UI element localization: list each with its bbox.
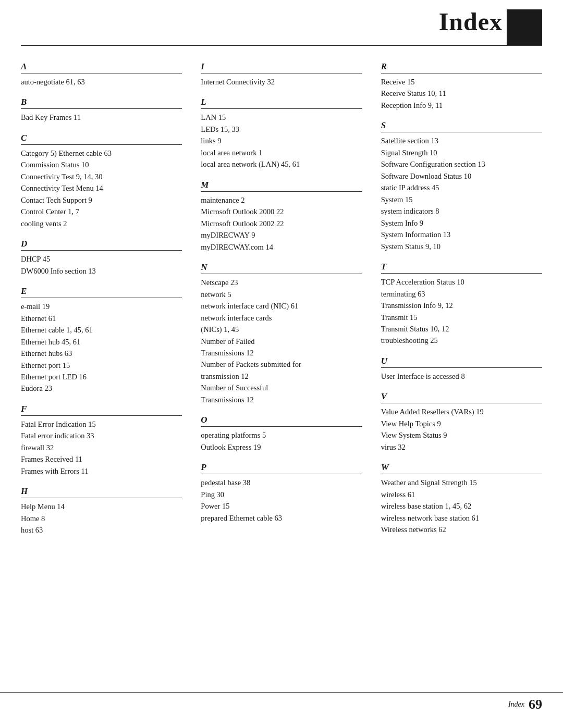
index-entry: Contact Tech Support 9 [21,194,182,206]
section-o: Ooperating platforms 5Outlook Express 19 [201,415,362,453]
index-entry: Outlook Express 19 [201,441,362,453]
index-entry: Ping 30 [201,489,362,500]
section-i: IInternet Connectivity 32 [201,61,362,88]
section-b: BBad Key Frames 11 [21,97,182,123]
letter-heading-b: B [21,97,182,109]
letter-heading-r: R [381,61,542,73]
index-entry: Ethernet hubs 63 [21,348,182,359]
index-entry: User Interface is accessed 8 [381,371,542,382]
letter-heading-p: P [201,462,362,474]
letter-heading-e: E [21,286,182,298]
letter-heading-a: A [21,61,182,73]
index-entry: Number of Successful [201,382,362,393]
index-entry: Ethernet hub 45, 61 [21,336,182,348]
index-entry: DW6000 Info section 13 [21,265,182,277]
index-entry: View Help Topics 9 [381,418,542,429]
index-entry: Internet Connectivity 32 [201,76,362,88]
index-entry: network interface card (NIC) 61 [201,300,362,312]
letter-heading-d: D [21,239,182,251]
index-entry: Eudora 23 [21,382,182,394]
index-entry: Reception Info 9, 11 [381,100,542,111]
index-entry: Power 15 [201,500,362,512]
index-entry: Bad Key Frames 11 [21,112,182,123]
index-entry: TCP Acceleration Status 10 [381,276,542,288]
index-entry: wireless network base station 61 [381,512,542,524]
section-l: LLAN 15LEDs 15, 33links 9local area netw… [201,97,362,170]
page-header: Index [21,0,542,46]
index-entry: Home 8 [21,513,182,524]
index-entry: System Status 9, 10 [381,241,542,252]
index-entry: Value Added Resellers (VARs) 19 [381,406,542,417]
footer-page-number: 69 [529,697,542,712]
index-entry: wireless 61 [381,489,542,500]
letter-heading-u: U [381,356,542,368]
index-entry: Category 5) Ethernet cable 63 [21,147,182,159]
section-t: TTCP Acceleration Status 10terminating 6… [381,262,542,347]
index-entry: local area network (LAN) 45, 61 [201,158,362,170]
letter-heading-f: F [21,404,182,416]
index-entry: Transmit Status 10, 12 [381,323,542,335]
column-3: RReceive 15Receive Status 10, 11Receptio… [372,61,542,546]
index-entry: links 9 [201,135,362,146]
index-entry: LEDs 15, 33 [201,124,362,135]
page-footer: Index 69 [0,692,563,712]
index-entry: Number of Packets submitted for [201,359,362,370]
section-n: NNetscape 23network 5network interface c… [201,262,362,405]
letter-heading-l: L [201,97,362,109]
index-entry: network 5 [201,289,362,300]
index-entry: network interface cards [201,312,362,324]
index-entry: Transmission Info 9, 12 [381,300,542,311]
index-entry: prepared Ethernet cable 63 [201,512,362,524]
section-a: Aauto-negotiate 61, 63 [21,61,182,88]
index-entry: Control Center 1, 7 [21,206,182,217]
letter-heading-o: O [201,415,362,427]
index-entry: local area network 1 [201,147,362,158]
index-entry: Microsoft Outlook 2000 22 [201,206,362,217]
index-entry: Signal Strength 10 [381,147,542,158]
index-entry: Commission Status 10 [21,159,182,170]
index-entry: System Info 9 [381,217,542,229]
index-entry: firewall 32 [21,442,182,453]
index-entry: Fatal error indication 33 [21,430,182,441]
index-entry: System Information 13 [381,229,542,240]
index-entry: auto-negotiate 61, 63 [21,76,182,88]
section-h: HHelp Menu 14Home 8host 63 [21,486,182,536]
index-entry: Satellite section 13 [381,135,542,146]
letter-heading-h: H [21,486,182,498]
index-entry: LAN 15 [201,112,362,123]
index-entry: Ethernet port 15 [21,360,182,371]
letter-heading-c: C [21,133,182,145]
index-entry: Software Configuration section 13 [381,158,542,170]
index-entry: terminating 63 [381,288,542,300]
index-entry: (NICs) 1, 45 [201,324,362,335]
section-s: SSatellite section 13Signal Strength 10S… [381,120,542,252]
index-entry: Connectivity Test Menu 14 [21,182,182,194]
index-entry: Frames with Errors 11 [21,465,182,477]
index-entry: myDIRECWAY.com 14 [201,241,362,253]
index-entry: Weather and Signal Strength 15 [381,477,542,488]
column-2: IInternet Connectivity 32LLAN 15LEDs 15,… [191,61,371,546]
index-entry: troubleshooting 25 [381,335,542,346]
section-w: WWeather and Signal Strength 15wireless … [381,462,542,535]
section-r: RReceive 15Receive Status 10, 11Receptio… [381,61,542,111]
index-entry: e-mail 19 [21,301,182,312]
title-block: Index [439,9,542,45]
index-entry: maintenance 2 [201,194,362,206]
index-entry: Ethernet cable 1, 45, 61 [21,324,182,336]
index-entry: Frames Received 11 [21,453,182,465]
section-u: UUser Interface is accessed 8 [381,356,542,382]
index-entry: pedestal base 38 [201,477,362,488]
title-black-box [507,9,542,45]
index-entry: Ethernet port LED 16 [21,371,182,382]
index-entry: Ethernet 61 [21,313,182,324]
index-entry: Transmissions 12 [201,347,362,359]
index-entry: Connectivity Test 9, 14, 30 [21,171,182,182]
letter-heading-i: I [201,61,362,73]
footer-label: Index [508,700,524,709]
letter-heading-v: V [381,391,542,403]
index-entry: Receive Status 10, 11 [381,88,542,99]
letter-heading-n: N [201,262,362,274]
letter-heading-w: W [381,462,542,474]
section-d: DDHCP 45DW6000 Info section 13 [21,239,182,277]
index-entry: cooling vents 2 [21,218,182,229]
